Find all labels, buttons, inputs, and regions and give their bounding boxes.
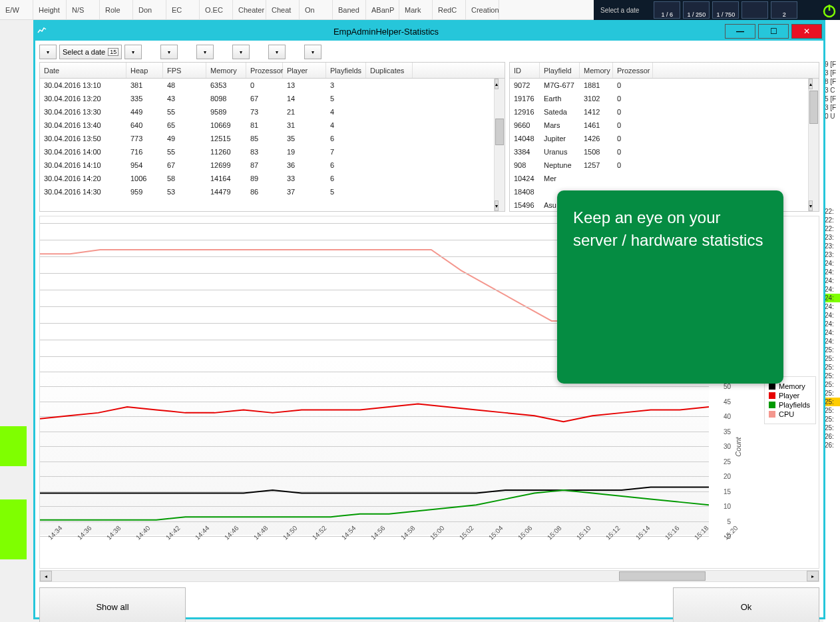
table-row[interactable]: 30.04.2016 13:103814863530133: [40, 79, 505, 92]
window-title: EmpAdminHelper-Statistics: [49, 27, 724, 37]
legend-item: CPU: [769, 410, 811, 418]
table-row[interactable]: 30.04.2016 14:201006581416489336: [40, 172, 505, 185]
calendar-icon: 15: [108, 48, 118, 56]
filter-toolbar: ▾ Select a date 15 ▾ ▾ ▾ ▾ ▾ ▾: [39, 45, 819, 59]
table-row[interactable]: 30.04.2016 14:30959531447986375: [40, 185, 505, 198]
table-row[interactable]: 14048Jupiter14260: [510, 132, 819, 145]
chart-icon: [35, 26, 49, 37]
power-icon[interactable]: [821, 3, 837, 19]
table-row[interactable]: 9660Mars14610: [510, 119, 819, 132]
table-row[interactable]: 908Neptune12570: [510, 158, 819, 172]
table-row[interactable]: 30.04.2016 14:00716551126083197: [40, 145, 505, 158]
legend-item: Playfields: [769, 401, 811, 409]
show-all-button[interactable]: Show all: [39, 587, 186, 622]
playfield-grid[interactable]: IDPlayfieldMemoryProzessor 9072M7G-67718…: [509, 62, 819, 212]
y-axis-label: Count: [734, 437, 741, 456]
table-row[interactable]: 9072M7G-67718810: [510, 79, 819, 92]
table-row[interactable]: 3384Uranus15080: [510, 145, 819, 158]
stats-grid[interactable]: DateHeapFPSMemoryProzessorPlayerPlayfiel…: [39, 62, 505, 212]
table-row[interactable]: 30.04.2016 13:2033543809867145: [40, 92, 505, 105]
table-row[interactable]: 30.04.2016 13:50773491251585356: [40, 132, 505, 145]
info-tooltip: Keep an eye on your server / hardware st…: [557, 190, 783, 384]
scrollbar-vertical[interactable]: ▴ ▾: [808, 79, 819, 211]
table-row[interactable]: 12916Sateda14120: [510, 105, 819, 119]
statistics-dialog: EmpAdminHelper-Statistics — ☐ ✕ ▾ Select…: [33, 20, 825, 619]
parent-green-block: [0, 426, 27, 466]
dropdown-button[interactable]: ▾: [268, 45, 286, 59]
minimize-button[interactable]: —: [725, 24, 755, 39]
dropdown-button[interactable]: ▾: [39, 45, 57, 59]
dropdown-button[interactable]: ▾: [196, 45, 214, 59]
ok-button[interactable]: Ok: [673, 587, 819, 622]
table-row[interactable]: 19176Earth31020: [510, 92, 819, 105]
close-button[interactable]: ✕: [791, 24, 822, 39]
dropdown-button[interactable]: ▾: [304, 45, 321, 59]
dropdown-button[interactable]: ▾: [160, 45, 178, 59]
dropdown-button[interactable]: ▾: [124, 45, 142, 59]
parent-green-block: [0, 499, 27, 559]
parent-dark-panel: Select a date 1 / 61 / 2501 / 7502: [594, 0, 840, 20]
table-row[interactable]: 30.04.2016 13:3044955958973214: [40, 105, 505, 119]
table-row[interactable]: 30.04.2016 13:40640651066981314: [40, 119, 505, 132]
scrollbar-vertical[interactable]: ▴ ▾: [494, 79, 505, 211]
restore-button[interactable]: ☐: [758, 24, 789, 39]
date-selector[interactable]: Select a date 15: [59, 45, 122, 59]
table-row[interactable]: 30.04.2016 14:10954671269987366: [40, 158, 505, 172]
legend-item: Player: [769, 392, 811, 400]
table-row[interactable]: 10424Mer: [510, 172, 819, 185]
parent-side-list: 9 [F3 [F8 [F3 C5 [F3 [F0 U22:22:22:23:23…: [823, 20, 840, 622]
scrollbar-horizontal[interactable]: ◂ ▸: [39, 570, 819, 582]
dropdown-button[interactable]: ▾: [232, 45, 250, 59]
titlebar: EmpAdminHelper-Statistics — ☐ ✕: [35, 22, 823, 41]
